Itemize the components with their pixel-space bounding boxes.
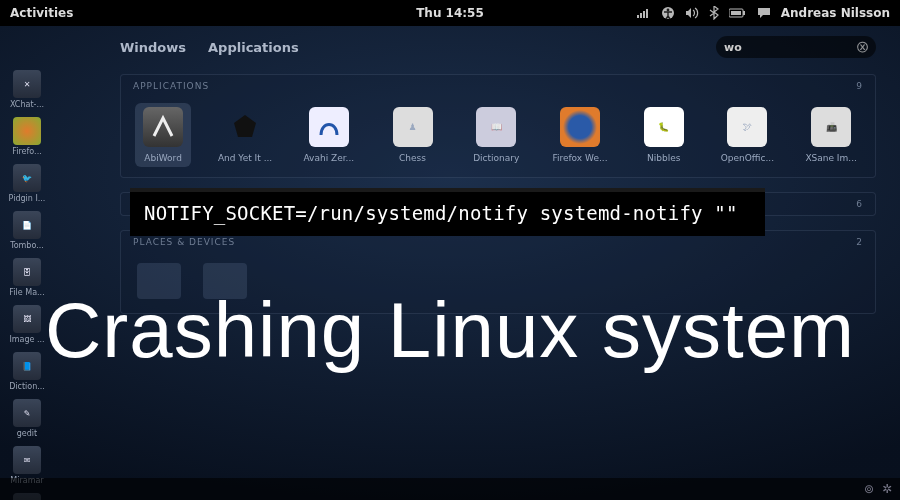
dash-label: Firefo... xyxy=(12,147,41,156)
top-panel: Activities Thu 14:55 Andreas Nilsson xyxy=(0,0,900,26)
tray-network-icon[interactable]: ⊚ xyxy=(864,482,874,496)
tab-applications[interactable]: Applications xyxy=(208,40,299,55)
dictionary-icon: 📘 xyxy=(13,352,41,380)
section-count: 6 xyxy=(856,199,863,209)
game-icon xyxy=(225,107,265,147)
app-nibbles[interactable]: 🐛Nibbles xyxy=(636,107,692,163)
svg-rect-3 xyxy=(646,9,648,18)
notes-icon: 📄 xyxy=(13,211,41,239)
tray-misc-icon[interactable]: ✲ xyxy=(882,482,892,496)
section-applications: APPLICATIONS 9 AbiWord And Yet It ... Av… xyxy=(120,74,876,178)
svg-marker-9 xyxy=(234,115,256,137)
app-label: OpenOffic... xyxy=(721,153,774,163)
file-manager-icon: 🗄 xyxy=(13,258,41,286)
dash-item-gedit[interactable]: ✎gedit xyxy=(4,397,50,440)
activities-overview: Windows Applications wo ⓧ APPLICATIONS 9… xyxy=(60,26,900,500)
avahi-icon xyxy=(309,107,349,147)
dash-item-xchat[interactable]: ✕XChat-... xyxy=(4,68,50,111)
dash-label: Image ... xyxy=(9,335,44,344)
image-viewer-icon: 🖼 xyxy=(13,305,41,333)
app-chess[interactable]: ♟Chess xyxy=(385,107,441,163)
dash-label: Tombo... xyxy=(10,241,44,250)
app-xsane[interactable]: 📠XSane Im... xyxy=(803,107,859,163)
dash-item-image[interactable]: 🖼Image ... xyxy=(4,303,50,346)
place-home[interactable] xyxy=(137,263,181,299)
app-label: XSane Im... xyxy=(805,153,857,163)
app-firefox[interactable]: Firefox We... xyxy=(552,107,608,163)
activities-button[interactable]: Activities xyxy=(0,6,73,20)
dash-label: gedit xyxy=(17,429,37,438)
app-label: Dictionary xyxy=(473,153,519,163)
dash-item-dictionary[interactable]: 📘Diction... xyxy=(4,350,50,393)
app-label: And Yet It ... xyxy=(218,153,272,163)
app-openoffice[interactable]: 🕊OpenOffic... xyxy=(720,107,776,163)
app-andyetitmoves[interactable]: And Yet It ... xyxy=(217,107,273,163)
dictionary-app-icon: 📖 xyxy=(476,107,516,147)
firefox-icon xyxy=(13,117,41,145)
app-label: Chess xyxy=(399,153,426,163)
network-signal-icon[interactable] xyxy=(637,7,651,19)
dash-item-files[interactable]: 🗄File Ma... xyxy=(4,256,50,299)
app-dictionary[interactable]: 📖Dictionary xyxy=(468,107,524,163)
user-menu[interactable]: Andreas Nilsson xyxy=(781,6,890,20)
dash-item-pidgin[interactable]: 🐦Pidgin I... xyxy=(4,162,50,205)
search-value: wo xyxy=(724,41,742,54)
bluetooth-icon[interactable] xyxy=(709,6,719,20)
chat-icon[interactable] xyxy=(757,7,771,19)
app-avahi[interactable]: Avahi Zer... xyxy=(301,107,357,163)
battery-icon[interactable] xyxy=(729,8,747,18)
section-title: PLACES & DEVICES xyxy=(133,237,235,247)
app-label: AbiWord xyxy=(144,153,182,163)
app-abiword[interactable]: AbiWord xyxy=(135,103,191,167)
mail-icon: ✉ xyxy=(13,446,41,474)
firefox-app-icon xyxy=(560,107,600,147)
app-label: Firefox We... xyxy=(552,153,607,163)
pidgin-icon: 🐦 xyxy=(13,164,41,192)
svg-rect-8 xyxy=(731,11,741,15)
place-network[interactable] xyxy=(203,263,247,299)
message-tray[interactable]: ⊚ ✲ xyxy=(0,478,900,500)
section-count: 2 xyxy=(856,237,863,247)
accessibility-icon[interactable] xyxy=(661,6,675,20)
search-input[interactable]: wo ⓧ xyxy=(716,36,876,58)
app-label: Nibbles xyxy=(647,153,680,163)
chess-icon: ♟ xyxy=(393,107,433,147)
dash-item-firefox[interactable]: Firefo... xyxy=(4,115,50,158)
dash: ✕XChat-... Firefo... 🐦Pidgin I... 📄Tombo… xyxy=(4,68,50,500)
clear-search-icon[interactable]: ⓧ xyxy=(857,40,868,55)
dash-label: File Ma... xyxy=(9,288,44,297)
chat-app-icon: ✕ xyxy=(13,70,41,98)
svg-rect-0 xyxy=(637,15,639,18)
section-preferences: PREFERENCES 6 xyxy=(120,192,876,216)
app-label: Avahi Zer... xyxy=(303,153,354,163)
svg-rect-1 xyxy=(640,13,642,18)
tab-windows[interactable]: Windows xyxy=(120,40,186,55)
nibbles-icon: 🐛 xyxy=(644,107,684,147)
svg-point-5 xyxy=(666,9,669,12)
abiword-icon xyxy=(143,107,183,147)
dash-label: XChat-... xyxy=(10,100,44,109)
clock[interactable]: Thu 14:55 xyxy=(416,6,484,20)
scanner-icon: 📠 xyxy=(811,107,851,147)
dash-label: Pidgin I... xyxy=(9,194,46,203)
text-editor-icon: ✎ xyxy=(13,399,41,427)
dash-item-tomboy[interactable]: 📄Tombo... xyxy=(4,209,50,252)
svg-rect-7 xyxy=(743,11,745,15)
svg-rect-2 xyxy=(643,11,645,18)
dash-label: Diction... xyxy=(9,382,45,391)
section-places: PLACES & DEVICES 2 xyxy=(120,230,876,314)
section-title: APPLICATIONS xyxy=(133,81,209,91)
openoffice-icon: 🕊 xyxy=(727,107,767,147)
volume-icon[interactable] xyxy=(685,7,699,19)
section-count: 9 xyxy=(856,81,863,91)
section-title: PREFERENCES xyxy=(133,199,209,209)
